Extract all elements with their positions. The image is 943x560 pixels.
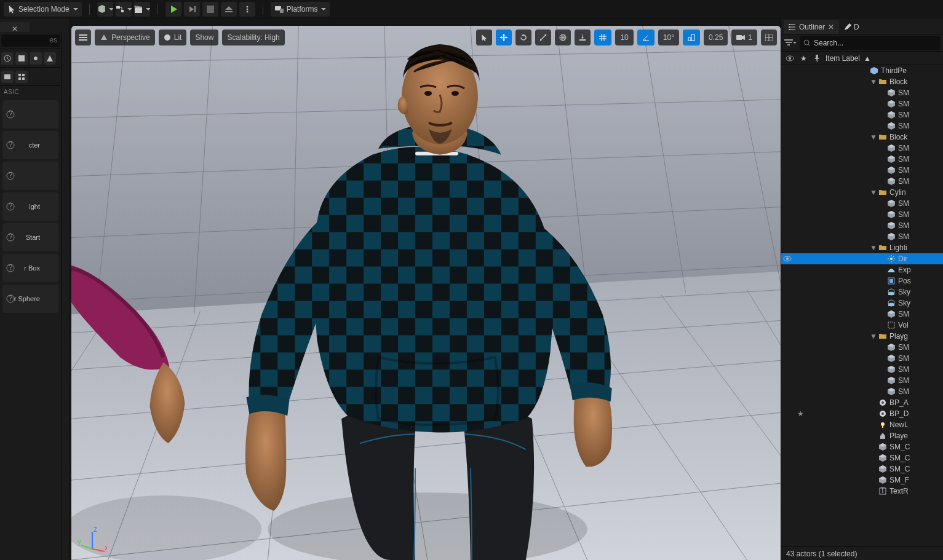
place-actor-item[interactable]: ight ? <box>2 192 58 221</box>
outliner-item[interactable]: SM <box>781 342 943 353</box>
outliner-item[interactable]: SM <box>781 120 943 132</box>
category-media-icon[interactable] <box>1 71 14 83</box>
disclosure-triangle[interactable]: ▼ <box>870 188 876 197</box>
category-recent-icon[interactable] <box>1 52 14 65</box>
disclosure-triangle[interactable]: ▼ <box>870 243 876 252</box>
category-shapes-icon[interactable] <box>44 52 56 65</box>
place-actors-search[interactable]: es <box>1 34 60 47</box>
platforms-dropdown[interactable]: Platforms <box>271 2 330 17</box>
outliner-item[interactable]: Pos <box>781 275 943 286</box>
outliner-item[interactable]: TTextR <box>781 486 943 497</box>
viewport-lit-dropdown[interactable]: Lit <box>159 30 187 45</box>
coord-space-button[interactable] <box>555 30 571 45</box>
outliner-item[interactable]: NewL <box>781 419 943 430</box>
outliner-item[interactable]: BP_A <box>781 397 943 408</box>
outliner-item[interactable]: SM_C <box>781 452 943 463</box>
outliner-tab[interactable]: Outliner ✕ <box>784 20 839 34</box>
place-actor-item[interactable]: r Sphere ? <box>2 285 58 313</box>
grid-snap-value[interactable]: 10 <box>615 30 633 45</box>
transform-select-button[interactable] <box>476 30 492 45</box>
category-all-icon[interactable] <box>15 71 28 83</box>
item-label-column[interactable]: Item Label <box>826 54 860 63</box>
outliner-item[interactable]: SM <box>781 143 943 154</box>
disclosure-triangle[interactable]: ▼ <box>870 332 876 341</box>
place-actor-item[interactable]: Start ? <box>2 223 58 251</box>
level-viewport[interactable]: Perspective Lit Show Scalability: High 1… <box>71 26 781 560</box>
add-content-dropdown[interactable] <box>97 2 113 17</box>
outliner-item[interactable]: SM <box>781 220 943 231</box>
selection-mode-dropdown[interactable]: Selection Mode <box>4 2 82 17</box>
place-actor-item[interactable]: ? <box>2 162 58 190</box>
outliner-filter-button[interactable] <box>784 36 797 50</box>
details-tab[interactable]: D <box>840 20 863 34</box>
outliner-folder[interactable]: ▼Block <box>781 132 943 143</box>
outliner-item[interactable]: SM_C <box>781 441 943 452</box>
axis-gizmo[interactable]: z x y <box>78 524 107 554</box>
outliner-item[interactable]: SM <box>781 386 943 397</box>
play-skip-button[interactable] <box>184 2 200 17</box>
grid-snap-toggle[interactable] <box>594 30 611 45</box>
outliner-item[interactable]: SM <box>781 353 943 364</box>
help-icon[interactable]: ? <box>6 172 15 180</box>
outliner-item[interactable]: SM <box>781 176 943 187</box>
outliner-item[interactable]: SM <box>781 231 943 242</box>
outliner-item[interactable]: SM <box>781 375 943 386</box>
category-lights-icon[interactable] <box>30 52 42 65</box>
visibility-toggle[interactable] <box>781 256 794 262</box>
disclosure-triangle[interactable]: ▼ <box>870 133 876 141</box>
visibility-column-icon[interactable] <box>785 55 795 61</box>
outliner-item[interactable]: Dir <box>781 253 943 264</box>
outliner-folder[interactable]: ▼Lighti <box>781 242 943 253</box>
outliner-item[interactable]: SM <box>781 165 943 176</box>
transform-translate-button[interactable] <box>496 30 512 45</box>
blueprint-dropdown[interactable] <box>116 2 132 17</box>
transform-rotate-button[interactable] <box>515 30 531 45</box>
outliner-item[interactable]: Exp <box>781 264 943 275</box>
place-actor-item[interactable]: ? <box>2 100 58 128</box>
outliner-item[interactable]: SM <box>781 364 943 375</box>
outliner-item[interactable]: SM <box>781 198 943 209</box>
outliner-folder[interactable]: ▼Block <box>781 76 943 87</box>
outliner-item[interactable]: SM <box>781 309 943 320</box>
outliner-item[interactable]: Vol <box>781 320 943 331</box>
play-button[interactable] <box>165 2 181 17</box>
category-basic-icon[interactable] <box>15 52 28 65</box>
viewport-options-button[interactable] <box>75 30 91 45</box>
outliner-folder[interactable]: ▼Playg <box>781 331 943 342</box>
outliner-item[interactable]: SM_F <box>781 475 943 486</box>
disclosure-triangle[interactable]: ▼ <box>870 77 876 86</box>
eject-button[interactable] <box>221 2 237 17</box>
cinematics-dropdown[interactable] <box>134 2 150 17</box>
stop-button[interactable] <box>202 2 218 17</box>
camera-speed[interactable]: 1 <box>731 30 757 45</box>
outliner-folder[interactable]: ▼Cylin <box>781 187 943 198</box>
outliner-item[interactable]: SM <box>781 98 943 109</box>
viewport-scalability-dropdown[interactable]: Scalability: High <box>222 30 284 45</box>
place-actor-item[interactable]: r Box ? <box>2 254 58 282</box>
outliner-item[interactable]: Sky <box>781 286 943 298</box>
star-column-icon[interactable]: ★ <box>798 54 808 63</box>
viewport-perspective-dropdown[interactable]: Perspective <box>95 30 155 45</box>
outliner-item[interactable]: SM <box>781 109 943 120</box>
close-icon[interactable]: ✕ <box>828 23 834 31</box>
outliner-item[interactable]: ★BP_D <box>781 408 943 419</box>
pin-column-icon[interactable] <box>812 55 822 62</box>
outliner-item[interactable]: SM <box>781 209 943 220</box>
outliner-item[interactable]: Playe <box>781 430 943 441</box>
scale-snap-value[interactable]: 0.25 <box>704 30 728 45</box>
place-actor-item[interactable]: cter ? <box>2 131 58 159</box>
outliner-item[interactable]: SM <box>781 154 943 165</box>
outliner-item[interactable]: ThirdPe <box>781 65 943 76</box>
outliner-item[interactable]: SM_C <box>781 463 943 475</box>
outliner-item[interactable]: SM <box>781 87 943 98</box>
help-icon[interactable]: ? <box>6 110 15 119</box>
outliner-item[interactable]: Sky <box>781 298 943 309</box>
transform-scale-button[interactable] <box>535 30 551 45</box>
angle-snap-value[interactable]: 10° <box>658 30 679 45</box>
outliner-search-input[interactable]: Search... <box>800 36 941 50</box>
viewport-layout-button[interactable] <box>761 30 777 45</box>
star-toggle[interactable]: ★ <box>796 409 805 418</box>
viewport-show-dropdown[interactable]: Show <box>190 30 218 45</box>
angle-snap-toggle[interactable] <box>637 30 655 45</box>
surface-snap-button[interactable] <box>575 30 591 45</box>
